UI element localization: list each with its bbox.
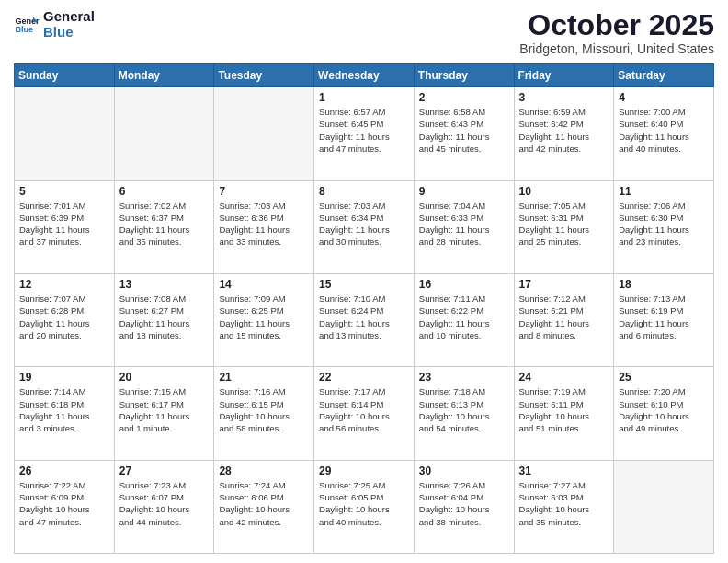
svg-text:Blue: Blue [15, 25, 33, 34]
title-block: October 2025 Bridgeton, Missouri, United… [519, 9, 714, 56]
day-info: Sunrise: 7:23 AM Sunset: 6:07 PM Dayligh… [119, 479, 210, 528]
table-row: 28Sunrise: 7:24 AM Sunset: 6:06 PM Dayli… [214, 460, 314, 553]
table-row: 14Sunrise: 7:09 AM Sunset: 6:25 PM Dayli… [214, 273, 314, 366]
calendar-week-row: 19Sunrise: 7:14 AM Sunset: 6:18 PM Dayli… [15, 367, 714, 460]
day-number: 25 [619, 371, 709, 384]
day-number: 19 [19, 371, 109, 384]
table-row: 22Sunrise: 7:17 AM Sunset: 6:14 PM Dayli… [314, 367, 415, 460]
month-title: October 2025 [519, 9, 714, 41]
table-row: 25Sunrise: 7:20 AM Sunset: 6:10 PM Dayli… [614, 367, 714, 460]
page: General Blue General Blue October 2025 B… [0, 0, 728, 563]
day-info: Sunrise: 6:58 AM Sunset: 6:43 PM Dayligh… [419, 106, 509, 155]
day-info: Sunrise: 7:04 AM Sunset: 6:33 PM Dayligh… [419, 200, 509, 248]
day-info: Sunrise: 7:15 AM Sunset: 6:17 PM Dayligh… [119, 385, 210, 434]
table-row: 1Sunrise: 6:57 AM Sunset: 6:45 PM Daylig… [314, 87, 415, 180]
table-row: 19Sunrise: 7:14 AM Sunset: 6:18 PM Dayli… [15, 367, 115, 460]
table-row [214, 87, 314, 180]
table-row: 26Sunrise: 7:22 AM Sunset: 6:09 PM Dayli… [15, 460, 115, 553]
table-row: 30Sunrise: 7:26 AM Sunset: 6:04 PM Dayli… [414, 460, 514, 553]
col-wednesday: Wednesday [314, 64, 415, 87]
table-row: 27Sunrise: 7:23 AM Sunset: 6:07 PM Dayli… [114, 460, 214, 553]
day-number: 13 [119, 278, 210, 291]
day-number: 30 [419, 465, 509, 477]
table-row: 5Sunrise: 7:01 AM Sunset: 6:39 PM Daylig… [15, 180, 115, 273]
table-row [114, 87, 214, 180]
table-row: 12Sunrise: 7:07 AM Sunset: 6:28 PM Dayli… [15, 273, 115, 366]
day-info: Sunrise: 7:09 AM Sunset: 6:25 PM Dayligh… [219, 293, 309, 341]
day-number: 24 [519, 371, 609, 384]
day-number: 14 [219, 278, 309, 291]
col-monday: Monday [114, 64, 214, 87]
day-number: 16 [419, 278, 509, 291]
calendar-week-row: 26Sunrise: 7:22 AM Sunset: 6:09 PM Dayli… [15, 460, 714, 553]
logo-line2: Blue [43, 25, 95, 40]
table-row: 3Sunrise: 6:59 AM Sunset: 6:42 PM Daylig… [514, 87, 614, 180]
calendar-week-row: 1Sunrise: 6:57 AM Sunset: 6:45 PM Daylig… [15, 87, 714, 180]
table-row: 31Sunrise: 7:27 AM Sunset: 6:03 PM Dayli… [514, 460, 614, 553]
col-friday: Friday [514, 64, 614, 87]
day-number: 5 [19, 185, 109, 198]
table-row: 10Sunrise: 7:05 AM Sunset: 6:31 PM Dayli… [514, 180, 614, 273]
table-row: 8Sunrise: 7:03 AM Sunset: 6:34 PM Daylig… [314, 180, 415, 273]
logo: General Blue General Blue [14, 9, 95, 40]
calendar-week-row: 12Sunrise: 7:07 AM Sunset: 6:28 PM Dayli… [15, 273, 714, 366]
day-info: Sunrise: 7:13 AM Sunset: 6:19 PM Dayligh… [619, 293, 709, 341]
table-row: 4Sunrise: 7:00 AM Sunset: 6:40 PM Daylig… [614, 87, 714, 180]
day-number: 7 [219, 185, 309, 198]
table-row: 13Sunrise: 7:08 AM Sunset: 6:27 PM Dayli… [114, 273, 214, 366]
day-info: Sunrise: 7:20 AM Sunset: 6:10 PM Dayligh… [619, 385, 709, 434]
table-row: 23Sunrise: 7:18 AM Sunset: 6:13 PM Dayli… [414, 367, 514, 460]
calendar-header-row: Sunday Monday Tuesday Wednesday Thursday… [15, 64, 714, 87]
day-info: Sunrise: 7:07 AM Sunset: 6:28 PM Dayligh… [19, 293, 109, 341]
col-tuesday: Tuesday [214, 64, 314, 87]
day-info: Sunrise: 7:03 AM Sunset: 6:34 PM Dayligh… [319, 200, 409, 248]
day-number: 31 [519, 465, 609, 477]
day-info: Sunrise: 7:19 AM Sunset: 6:11 PM Dayligh… [519, 385, 609, 434]
day-info: Sunrise: 7:27 AM Sunset: 6:03 PM Dayligh… [519, 479, 609, 528]
day-info: Sunrise: 7:06 AM Sunset: 6:30 PM Dayligh… [619, 200, 709, 248]
table-row: 7Sunrise: 7:03 AM Sunset: 6:36 PM Daylig… [214, 180, 314, 273]
day-info: Sunrise: 7:26 AM Sunset: 6:04 PM Dayligh… [419, 479, 509, 528]
table-row: 15Sunrise: 7:10 AM Sunset: 6:24 PM Dayli… [314, 273, 415, 366]
location: Bridgeton, Missouri, United States [519, 41, 714, 56]
day-info: Sunrise: 7:11 AM Sunset: 6:22 PM Dayligh… [419, 293, 509, 341]
day-info: Sunrise: 7:22 AM Sunset: 6:09 PM Dayligh… [19, 479, 109, 528]
day-info: Sunrise: 7:01 AM Sunset: 6:39 PM Dayligh… [19, 200, 109, 248]
table-row: 9Sunrise: 7:04 AM Sunset: 6:33 PM Daylig… [414, 180, 514, 273]
day-number: 21 [219, 371, 309, 384]
table-row: 6Sunrise: 7:02 AM Sunset: 6:37 PM Daylig… [114, 180, 214, 273]
day-number: 15 [319, 278, 409, 291]
table-row: 2Sunrise: 6:58 AM Sunset: 6:43 PM Daylig… [414, 87, 514, 180]
day-number: 10 [519, 185, 609, 198]
table-row: 17Sunrise: 7:12 AM Sunset: 6:21 PM Dayli… [514, 273, 614, 366]
day-info: Sunrise: 7:08 AM Sunset: 6:27 PM Dayligh… [119, 293, 210, 341]
table-row: 24Sunrise: 7:19 AM Sunset: 6:11 PM Dayli… [514, 367, 614, 460]
day-info: Sunrise: 7:05 AM Sunset: 6:31 PM Dayligh… [519, 200, 609, 248]
day-number: 20 [119, 371, 210, 384]
header: General Blue General Blue October 2025 B… [14, 9, 714, 56]
day-number: 22 [319, 371, 409, 384]
day-number: 3 [519, 91, 609, 104]
table-row: 11Sunrise: 7:06 AM Sunset: 6:30 PM Dayli… [614, 180, 714, 273]
day-number: 6 [119, 185, 210, 198]
table-row: 21Sunrise: 7:16 AM Sunset: 6:15 PM Dayli… [214, 367, 314, 460]
day-number: 23 [419, 371, 509, 384]
logo-icon: General Blue [14, 12, 40, 38]
col-sunday: Sunday [15, 64, 115, 87]
day-info: Sunrise: 7:16 AM Sunset: 6:15 PM Dayligh… [219, 385, 309, 434]
day-info: Sunrise: 7:03 AM Sunset: 6:36 PM Dayligh… [219, 200, 309, 248]
day-info: Sunrise: 7:02 AM Sunset: 6:37 PM Dayligh… [119, 200, 210, 248]
table-row: 16Sunrise: 7:11 AM Sunset: 6:22 PM Dayli… [414, 273, 514, 366]
day-number: 4 [619, 91, 709, 104]
calendar-table: Sunday Monday Tuesday Wednesday Thursday… [14, 63, 714, 554]
day-number: 17 [519, 278, 609, 291]
day-info: Sunrise: 6:59 AM Sunset: 6:42 PM Dayligh… [519, 106, 609, 155]
logo-line1: General [43, 9, 95, 25]
table-row: 18Sunrise: 7:13 AM Sunset: 6:19 PM Dayli… [614, 273, 714, 366]
calendar-week-row: 5Sunrise: 7:01 AM Sunset: 6:39 PM Daylig… [15, 180, 714, 273]
table-row [614, 460, 714, 553]
day-info: Sunrise: 7:25 AM Sunset: 6:05 PM Dayligh… [319, 479, 409, 528]
day-info: Sunrise: 7:00 AM Sunset: 6:40 PM Dayligh… [619, 106, 709, 155]
table-row: 20Sunrise: 7:15 AM Sunset: 6:17 PM Dayli… [114, 367, 214, 460]
day-info: Sunrise: 7:14 AM Sunset: 6:18 PM Dayligh… [19, 385, 109, 434]
